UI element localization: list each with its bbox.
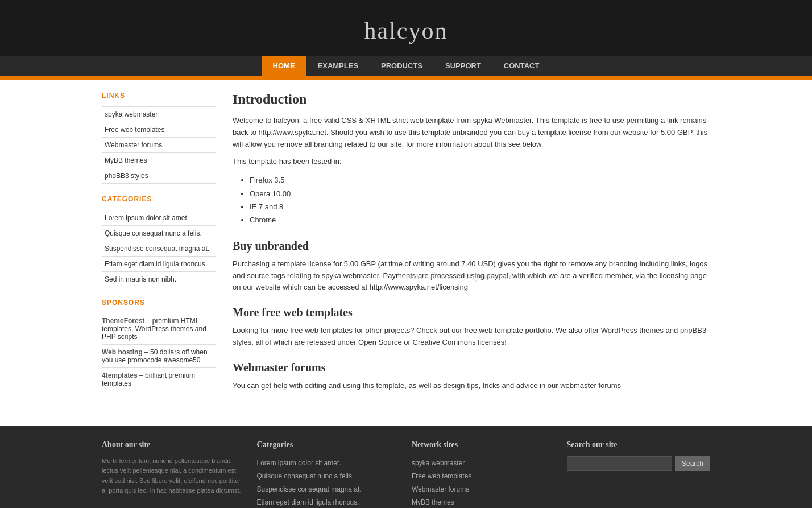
list-item: phpBB3 styles: [102, 168, 216, 184]
links-section-title: LINKS: [102, 92, 216, 102]
content-area: LINKS spyka webmaster Free web templates…: [102, 92, 710, 398]
sidebar-link[interactable]: phpBB3 styles: [102, 168, 216, 183]
list-item: Etiam eget diam id ligula rhoncus.: [102, 257, 216, 272]
sidebar-links-list: spyka webmaster Free web templates Webma…: [102, 106, 216, 184]
sidebar-link[interactable]: MyBB themes: [102, 153, 216, 168]
list-item: MyBB themes: [102, 153, 216, 168]
list-item: Web hosting – 50 dollars off when you us…: [102, 345, 216, 368]
footer-categories-title: Categories: [257, 440, 401, 449]
footer-search: Search our site Search: [567, 440, 711, 508]
list-item: Webmaster forums: [412, 482, 556, 495]
list-item: spyka webmaster: [412, 456, 556, 469]
list-item: IE 7 and 8: [250, 200, 710, 213]
page-wrapper: LINKS spyka webmaster Free web templates…: [93, 80, 719, 409]
logo: halcyon: [0, 11, 812, 56]
footer-network-title: Network sites: [412, 440, 556, 449]
buy-paragraph: Purchasing a template license for 5.00 G…: [233, 258, 710, 294]
list-item: Quisque consequat nunc a felis.: [257, 469, 401, 482]
list-item: spyka webmaster: [102, 107, 216, 122]
footer-network-link[interactable]: spyka webmaster: [412, 459, 465, 467]
tested-in-list: Firefox 3.5 Opera 10.00 IE 7 and 8 Chrom…: [250, 174, 710, 227]
sponsors-section-title: SPONSORS: [102, 299, 216, 309]
footer-about: About our site Morbi fermentum, nunc id …: [102, 440, 246, 508]
nav-support[interactable]: SUPPORT: [434, 56, 492, 76]
buy-title: Buy unbranded: [233, 239, 710, 253]
footer-search-title: Search our site: [567, 440, 711, 449]
sponsors-list: ThemeForest – premium HTML templates, Wo…: [102, 313, 216, 391]
nav-examples[interactable]: EXAMPLES: [306, 56, 370, 76]
footer-search-form: Search: [567, 456, 711, 471]
sponsor-link[interactable]: 4templates: [102, 371, 138, 379]
list-item: Lorem ipsum dolor sit amet.: [102, 210, 216, 226]
list-item: Webmaster forums: [102, 138, 216, 153]
list-item: Chrome: [250, 213, 710, 226]
footer-cat-link[interactable]: Lorem ipsum dolor sit amet.: [257, 459, 341, 467]
nav-products[interactable]: PRODUCTS: [370, 56, 434, 76]
footer-cat-link[interactable]: Quisque consequat nunc a felis.: [257, 472, 354, 480]
footer-network-link[interactable]: Free web templates: [412, 472, 471, 480]
sidebar-link[interactable]: spyka webmaster: [102, 107, 216, 122]
list-item: Suspendisse consequat magna at.: [257, 482, 401, 495]
footer-about-title: About our site: [102, 440, 246, 449]
search-button[interactable]: Search: [675, 456, 710, 471]
sidebar-categories-list: Lorem ipsum dolor sit amet. Quisque cons…: [102, 210, 216, 287]
main-nav: HOME EXAMPLES PRODUCTS SUPPORT CONTACT: [0, 56, 812, 76]
footer-about-text: Morbi fermentum, nunc id pellentesque bl…: [102, 456, 246, 496]
footer-network-link[interactable]: MyBB themes: [412, 498, 454, 506]
main-content: Introduction Welcome to halcyon, a free …: [233, 92, 710, 398]
categories-section-title: CATEGORIES: [102, 195, 216, 205]
footer-network-link[interactable]: Webmaster forums: [412, 485, 469, 493]
logo-text: halcyon: [364, 18, 448, 44]
list-item: Opera 10.00: [250, 187, 710, 200]
list-item: Lorem ipsum dolor sit amet.: [257, 456, 401, 469]
list-item: Firefox 3.5: [250, 174, 710, 187]
list-item: Etiam eget diam id ligula rhoncus.: [257, 495, 401, 508]
footer-categories-list: Lorem ipsum dolor sit amet. Quisque cons…: [257, 456, 401, 508]
intro-title: Introduction: [233, 92, 710, 107]
footer: About our site Morbi fermentum, nunc id …: [0, 426, 812, 508]
more-title: More free web templates: [233, 306, 710, 319]
footer-cat-link[interactable]: Etiam eget diam id ligula rhoncus.: [257, 498, 359, 506]
footer-network-list: spyka webmaster Free web templates Webma…: [412, 456, 556, 508]
forums-paragraph: You can get help with editing and using …: [233, 380, 710, 392]
footer-inner: About our site Morbi fermentum, nunc id …: [93, 440, 719, 508]
list-item: MyBB themes: [412, 495, 556, 508]
more-paragraph: Looking for more free web templates for …: [233, 325, 710, 349]
list-item: Quisque consequat nunc a felis.: [102, 226, 216, 241]
forums-title: Webmaster forums: [233, 361, 710, 374]
sponsor-link[interactable]: ThemeForest: [102, 317, 144, 325]
sidebar: LINKS spyka webmaster Free web templates…: [102, 92, 216, 398]
list-item: ThemeForest – premium HTML templates, Wo…: [102, 313, 216, 345]
list-item: Free web templates: [102, 122, 216, 138]
footer-categories: Categories Lorem ipsum dolor sit amet. Q…: [257, 440, 401, 508]
sponsor-link[interactable]: Web hosting: [102, 348, 143, 356]
list-item: Suspendisse consequat magna at.: [102, 241, 216, 257]
list-item: 4templates – brilliant premium templates: [102, 368, 216, 391]
header: halcyon HOME EXAMPLES PRODUCTS SUPPORT C…: [0, 0, 812, 78]
buy-section: Purchasing a template license for 5.00 G…: [233, 258, 710, 294]
nav-contact[interactable]: CONTACT: [492, 56, 551, 76]
footer-network: Network sites spyka webmaster Free web t…: [412, 440, 556, 508]
nav-home[interactable]: HOME: [262, 56, 306, 76]
footer-cat-link[interactable]: Suspendisse consequat magna at.: [257, 485, 362, 493]
sidebar-link[interactable]: Free web templates: [102, 122, 216, 137]
list-item: Free web templates: [412, 469, 556, 482]
sidebar-link[interactable]: Webmaster forums: [102, 138, 216, 152]
search-input[interactable]: [567, 456, 672, 471]
intro-paragraph-2: This template has been tested in:: [233, 156, 710, 168]
intro-paragraph-1: Welcome to halcyon, a free valid CSS & X…: [233, 115, 710, 150]
list-item: Sed in mauris non nibh.: [102, 272, 216, 287]
